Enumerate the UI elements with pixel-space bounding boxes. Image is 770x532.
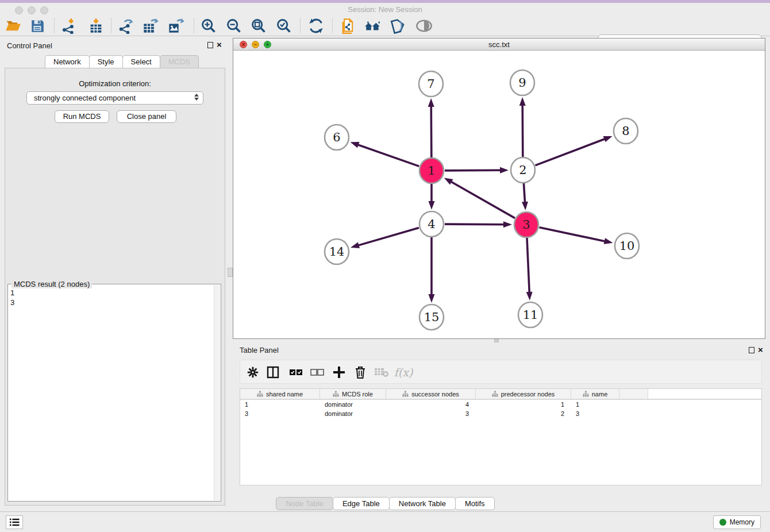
column-header-predecessor-nodes[interactable]: predecessor nodes bbox=[476, 389, 571, 399]
graph-node-label: 11 bbox=[523, 308, 538, 322]
bottom-splitter-grip[interactable] bbox=[494, 339, 499, 342]
control-panel-tabs: Network Style Select MCDS bbox=[45, 55, 198, 68]
node-table[interactable]: shared nameMCDS rolesuccessor nodesprede… bbox=[240, 388, 762, 485]
table-cell[interactable]: 1 bbox=[571, 400, 619, 409]
table-settings-icon[interactable] bbox=[245, 364, 261, 380]
memory-button[interactable]: Memory bbox=[713, 515, 761, 529]
home-layout-icon[interactable] bbox=[364, 17, 382, 34]
edge-4-14[interactable] bbox=[357, 228, 418, 245]
table-cell[interactable]: 1 bbox=[240, 400, 320, 409]
graph-node-label: 8 bbox=[622, 124, 629, 138]
close-table-panel-icon[interactable]: × bbox=[758, 345, 763, 354]
zoom-out-icon[interactable] bbox=[225, 17, 242, 34]
window-titlebar: Session: New Session bbox=[0, 3, 770, 16]
float-panel-icon[interactable] bbox=[207, 42, 213, 48]
close-panel-icon[interactable]: × bbox=[217, 40, 222, 49]
arrowhead-icon bbox=[500, 167, 509, 174]
table-toolbar: f(x) bbox=[240, 360, 762, 384]
node-table-body: 1dominator4113dominator323 bbox=[240, 400, 761, 418]
column-header-MCDS-role[interactable]: MCDS role bbox=[320, 389, 386, 399]
column-type-icon bbox=[257, 391, 263, 397]
copy-style-icon[interactable] bbox=[339, 17, 356, 34]
run-mcds-button[interactable]: Run MCDS bbox=[55, 110, 109, 123]
graph-node-label: 9 bbox=[518, 76, 526, 90]
column-header-name[interactable]: name bbox=[571, 389, 619, 399]
control-panel-title: Control Panel bbox=[7, 41, 52, 50]
function-builder-icon[interactable]: f(x) bbox=[395, 364, 411, 380]
zoom-selected-icon[interactable] bbox=[275, 17, 292, 34]
zoom-fit-icon[interactable] bbox=[250, 17, 267, 34]
main-toolbar bbox=[0, 16, 770, 36]
arrowhead-icon bbox=[604, 238, 613, 244]
tab-network[interactable]: Network bbox=[45, 55, 90, 68]
edge-2-9[interactable] bbox=[522, 105, 523, 157]
edge-4-3[interactable] bbox=[445, 224, 505, 225]
export-network-icon[interactable] bbox=[117, 17, 134, 34]
add-column-icon[interactable] bbox=[331, 364, 347, 380]
edge-2-8[interactable] bbox=[536, 138, 606, 165]
zoom-in-icon[interactable] bbox=[200, 17, 217, 34]
toolbar-separator bbox=[54, 18, 55, 33]
tab-node-table[interactable]: Node Table bbox=[276, 497, 333, 510]
tab-motifs[interactable]: Motifs bbox=[455, 497, 495, 510]
header-corner bbox=[619, 389, 648, 399]
tab-network-table[interactable]: Network Table bbox=[389, 497, 456, 510]
arrowhead-icon bbox=[519, 97, 526, 106]
optimization-criterion-select[interactable]: strongly connected component bbox=[26, 91, 203, 105]
table-cell[interactable]: 4 bbox=[386, 400, 476, 409]
left-splitter-grip[interactable] bbox=[228, 268, 233, 277]
edge-3-10[interactable] bbox=[540, 228, 606, 241]
delete-column-icon[interactable] bbox=[352, 364, 368, 380]
open-session-icon[interactable] bbox=[5, 17, 22, 34]
header-filler bbox=[648, 389, 761, 399]
edge-1-2[interactable] bbox=[445, 170, 501, 171]
table-cell[interactable]: 3 bbox=[386, 409, 476, 418]
edge-3-11[interactable] bbox=[527, 238, 529, 293]
save-session-icon[interactable] bbox=[29, 17, 46, 34]
delete-table-icon[interactable] bbox=[374, 364, 390, 380]
edge-2-3[interactable] bbox=[523, 183, 525, 203]
export-table-icon[interactable] bbox=[142, 17, 159, 34]
edge-3-1[interactable] bbox=[451, 182, 515, 218]
network-window-titlebar[interactable]: × − + scc.txt bbox=[233, 38, 765, 51]
export-image-icon[interactable] bbox=[167, 17, 184, 34]
tab-select[interactable]: Select bbox=[122, 55, 160, 68]
arrowhead-icon bbox=[351, 242, 360, 249]
edge-1-6[interactable] bbox=[357, 145, 419, 167]
import-table-icon[interactable] bbox=[87, 17, 105, 34]
node-table-header-row: shared nameMCDS rolesuccessor nodesprede… bbox=[240, 389, 761, 400]
float-table-panel-icon[interactable] bbox=[749, 347, 754, 353]
task-history-button[interactable] bbox=[6, 515, 23, 529]
import-network-icon[interactable] bbox=[60, 17, 77, 34]
column-header-shared-name[interactable]: shared name bbox=[240, 389, 320, 399]
tab-style[interactable]: Style bbox=[89, 55, 123, 68]
table-cell[interactable]: dominator bbox=[320, 400, 386, 409]
select-all-columns-icon[interactable] bbox=[288, 364, 304, 380]
table-cell[interactable]: 2 bbox=[476, 409, 571, 418]
arrowhead-icon bbox=[444, 178, 453, 184]
control-panel-header: Control Panel × bbox=[0, 38, 230, 53]
refresh-icon[interactable] bbox=[307, 17, 325, 34]
column-header-successor-nodes[interactable]: successor nodes bbox=[386, 389, 476, 399]
table-cell[interactable]: dominator bbox=[320, 409, 386, 418]
tab-edge-table[interactable]: Edge Table bbox=[333, 497, 390, 510]
close-panel-button[interactable]: Close panel bbox=[117, 110, 176, 123]
hide-labels-icon[interactable] bbox=[390, 17, 407, 34]
mcds-result-scrollbar[interactable] bbox=[214, 285, 220, 500]
table-cell[interactable]: 1 bbox=[476, 400, 571, 409]
mcds-result-title: MCDS result (2 nodes) bbox=[11, 280, 92, 288]
tab-mcds[interactable]: MCDS bbox=[160, 55, 199, 68]
window-title: Session: New Session bbox=[0, 5, 770, 14]
table-row[interactable]: 3dominator323 bbox=[240, 409, 761, 418]
deselect-all-columns-icon[interactable] bbox=[309, 364, 325, 380]
table-row[interactable]: 1dominator411 bbox=[240, 400, 761, 409]
split-view-icon[interactable] bbox=[265, 364, 281, 380]
memory-label: Memory bbox=[730, 518, 754, 526]
arrowhead-icon bbox=[429, 294, 435, 303]
network-graph-canvas[interactable]: 7968124314101511 bbox=[233, 51, 765, 338]
show-graphics-details-icon[interactable] bbox=[415, 17, 433, 34]
table-cell[interactable]: 3 bbox=[571, 409, 619, 418]
table-cell[interactable]: 3 bbox=[240, 409, 320, 418]
edge-1-7[interactable] bbox=[431, 106, 432, 157]
graph-node-label: 2 bbox=[519, 163, 526, 177]
